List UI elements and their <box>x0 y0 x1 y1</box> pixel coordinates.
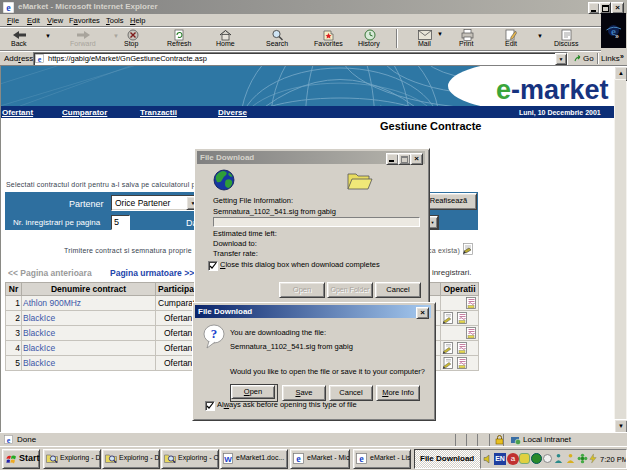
svg-text:e: e <box>38 55 42 64</box>
svg-text:?: ? <box>211 326 218 341</box>
svg-text:e: e <box>7 436 11 445</box>
svg-text:e: e <box>296 453 301 464</box>
svg-text:e: e <box>359 453 364 464</box>
svg-text:e: e <box>6 2 11 13</box>
svg-text:W: W <box>224 455 232 464</box>
